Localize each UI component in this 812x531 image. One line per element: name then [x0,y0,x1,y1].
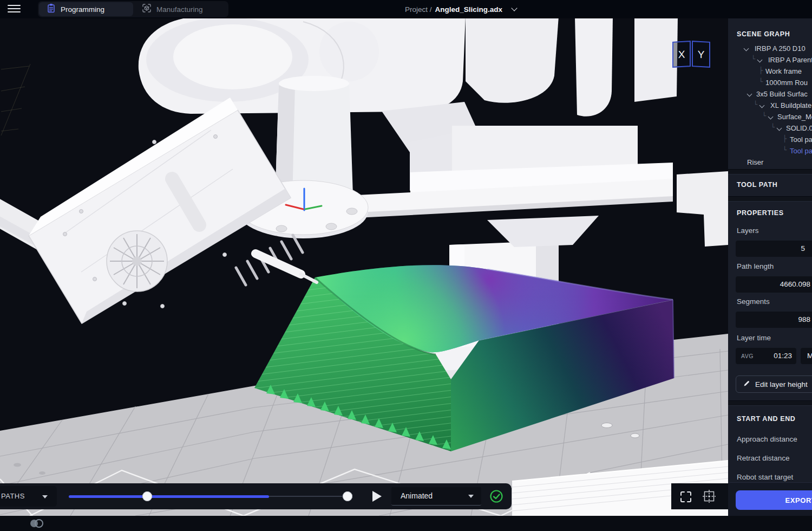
layer-time-avg-box[interactable]: AVG 01:23 [736,348,796,364]
theme-contrast-icon[interactable] [30,519,44,530]
approach-distance-label: Approach distance [737,435,797,443]
tree-item-1000mm[interactable]: └ 1000mm Rou [728,77,812,89]
frame-target-icon[interactable] [702,489,716,506]
fan-vent-icon [107,231,167,292]
animation-mode-dropdown[interactable]: Animated [391,487,481,506]
tab-manufacturing-label: Manufacturing [156,5,203,14]
layers-input[interactable]: 5 [736,241,812,257]
menu-hamburger-icon[interactable] [8,5,21,14]
chevron-down-icon[interactable] [768,114,774,120]
chevron-down-icon[interactable] [777,126,782,131]
layers-label: Layers [737,226,759,235]
viewport-tools-bar [671,483,728,509]
path-length-label: Path length [737,262,774,270]
plate-hole [631,433,639,438]
view-cube: X Y [672,41,710,67]
project-title: Angled_Slicing.adx [435,5,503,14]
right-side-panel: SCENE GRAPH IRBP A 250 D10 └ IRBP A Pare… [728,18,812,516]
clipboard-icon [47,3,56,15]
tree-branch-icon: └ [759,78,763,86]
start-and-end-title: START AND END [737,415,796,423]
tree-item-solid[interactable]: └ SOLID.0 [728,123,812,134]
tab-manufacturing[interactable]: Manufacturing [134,2,227,16]
scene-graph-title: SCENE GRAPH [737,30,790,38]
layer-time-label: Layer time [737,334,771,342]
export-button[interactable]: EXPORT [736,490,812,510]
retract-distance-label: Retract distance [737,454,790,462]
tree-branch-icon: └ [754,101,757,108]
breadcrumb-prefix: Project / [405,5,432,14]
section-divider [728,400,812,406]
path-range-slider[interactable] [62,483,352,509]
status-check-icon[interactable] [489,489,503,503]
animation-mode-label: Animated [401,491,433,500]
playback-bar: PATHS Animated [0,483,512,509]
tab-programming-label: Programming [61,5,104,14]
tree-item-surface-model[interactable]: └ Surface_Mo [728,112,812,123]
chevron-down-icon [42,495,48,498]
view-cube-face-x[interactable]: X [672,41,691,68]
tree-branch-icon: └ [762,112,766,120]
tree-item-xl-buildplate[interactable]: └ XL Buildplate [728,100,812,112]
tree-branch-icon: └ [783,146,787,154]
mode-tab-group: Programming Manufacturing [38,1,228,17]
chevron-down-icon[interactable] [757,57,763,63]
path-length-input[interactable]: 4660.098 [736,276,812,293]
edit-layer-height-label: Edit layer height [755,380,808,388]
paths-dropdown[interactable]: PATHS [0,486,57,507]
3d-scene-canvas[interactable] [0,18,728,516]
project-breadcrumb[interactable]: Project / Angled_Slicing.adx [405,0,516,18]
plate-hole [601,423,612,428]
app-window: X Y PATHS Animated [0,0,812,531]
chevron-down-icon [468,495,474,498]
chevron-down-icon[interactable] [759,103,765,108]
slider-handle-start[interactable] [142,491,152,501]
section-divider [728,169,812,174]
properties-title: PROPERTIES [737,209,784,217]
slider-handle-end[interactable] [343,491,352,501]
segments-input[interactable]: 988 [736,312,812,328]
slider-fill [69,495,269,498]
edit-layer-height-button[interactable]: Edit layer height [736,375,812,393]
tab-programming[interactable]: Programming [39,2,133,16]
tree-item-work-frame[interactable]: ├ Work frame [728,66,812,77]
fullscreen-icon[interactable] [679,490,692,506]
tree-item-irbp[interactable]: IRBP A 250 D10 [728,43,812,55]
max-tag: MAX [807,352,812,360]
section-divider [728,196,812,202]
view-cube-face-y[interactable]: Y [692,41,710,68]
avg-value: 01:23 [774,352,792,360]
panel-footer: EXPORT [728,482,812,516]
3d-viewport[interactable]: X Y PATHS Animated [0,18,728,516]
chevron-down-icon[interactable] [511,5,517,11]
segments-label: Segments [737,297,770,306]
path-length-value: 4660.098 [780,280,810,288]
tree-branch-icon: └ [751,55,755,63]
tree-item-irbp-parent[interactable]: └ IRBP A Parent [728,55,812,66]
layer-time-max-box[interactable]: MAX [801,348,812,364]
tree-item-toolpath-2-selected[interactable]: └ Tool pat [728,146,812,157]
play-button[interactable] [372,491,382,502]
tree-branch-icon: ├ [783,135,787,143]
chevron-down-icon[interactable] [744,46,749,51]
tree-item-toolpath-1[interactable]: ├ Tool pat [728,134,812,146]
pencil-icon [743,379,750,389]
segments-value: 988 [798,315,810,323]
avg-tag: AVG [741,353,754,359]
tool-path-title: TOOL PATH [737,181,777,189]
bottom-status-strip [0,516,812,531]
chevron-down-icon[interactable] [747,92,752,97]
tree-item-build-surface[interactable]: 3x5 Build Surfac [728,89,812,100]
robot-start-target-label: Robot start target [737,473,793,481]
tree-branch-icon: ├ [759,67,763,74]
tree-branch-icon: └ [771,124,775,131]
paths-dropdown-label: PATHS [1,492,25,500]
layers-value: 5 [801,244,805,252]
manufacturing-cube-icon [142,3,152,15]
top-bar: Programming Manufacturing Project / Angl… [0,0,812,18]
tree-item-riser[interactable]: Riser [728,157,812,169]
